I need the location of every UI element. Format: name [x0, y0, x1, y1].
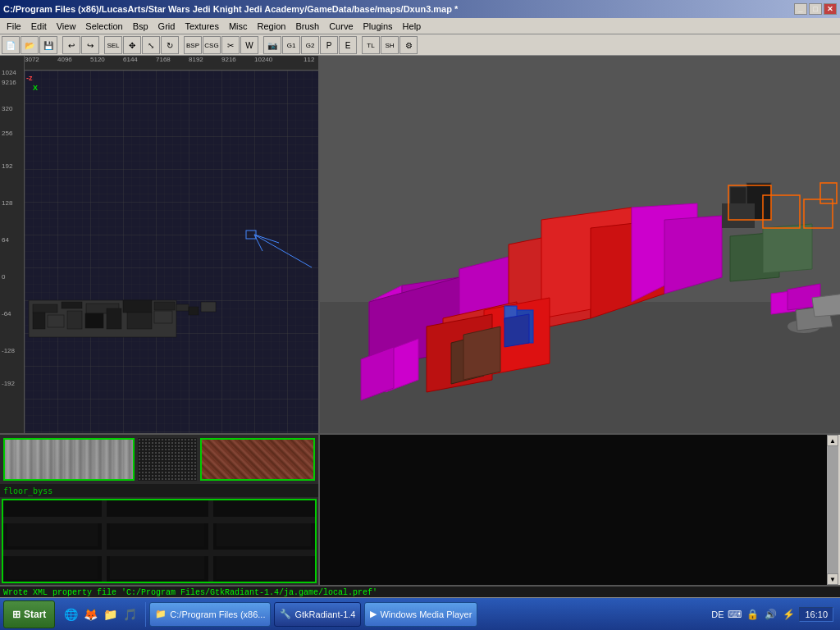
svg-rect-6 [123, 300, 152, 313]
menu-brush[interactable]: Brush [290, 20, 324, 33]
3d-viewport[interactable] [320, 56, 840, 433]
bottom-panels: floor_byss [0, 433, 840, 585]
taskbar-item-radiant-icon: 🔧 [280, 609, 291, 619]
3d-scene-svg [320, 56, 840, 433]
menu-view[interactable]: View [52, 20, 81, 33]
clock-time: 16:10 [805, 609, 828, 619]
tb-weld[interactable]: W [240, 36, 258, 54]
ruler-left-val: -64 [2, 310, 11, 317]
tb-patch[interactable]: P [320, 36, 338, 54]
ruler-val: 7168 [156, 56, 171, 63]
texture-preview-svg [3, 500, 315, 582]
start-button[interactable]: ⊞ Start [3, 600, 55, 628]
tb-clip[interactable]: ✂ [221, 36, 240, 54]
axis-indicator: -z X [26, 72, 38, 92]
svg-rect-66 [110, 523, 204, 546]
texture-name-label: floor_byss [0, 484, 318, 497]
texture-swatch-2[interactable] [200, 438, 315, 481]
texture-swatch-1[interactable] [3, 438, 135, 481]
quicklaunch-app[interactable]: 📁 [101, 605, 119, 623]
svg-rect-1 [25, 71, 320, 433]
tb-grid1[interactable]: G1 [282, 36, 300, 54]
tb-undo[interactable]: ↩ [62, 36, 80, 54]
svg-rect-13 [127, 313, 152, 329]
tray-power[interactable]: ⚡ [781, 607, 796, 622]
svg-rect-36 [722, 203, 755, 228]
grid-svg [25, 71, 320, 433]
taskbar-item-explorer[interactable]: 📁 C:/Program Files (x86... [149, 602, 271, 627]
menu-textures[interactable]: Textures [180, 20, 224, 33]
ruler-val: 6144 [123, 56, 138, 63]
texture-browser-area[interactable] [320, 435, 827, 585]
quicklaunch-ie[interactable]: 🌐 [62, 605, 80, 623]
clock[interactable]: 16:10 [799, 607, 833, 622]
tb-scale[interactable]: ⤡ [142, 36, 160, 54]
taskbar-item-mediaplayer[interactable]: ▶ Windows Media Player [364, 602, 477, 627]
ruler-left: 1024 320 256 192 128 64 0 -64 -128 -192 [0, 56, 25, 433]
ruler-left-val: -128 [2, 347, 15, 354]
menu-help[interactable]: Help [398, 20, 427, 33]
scroll-down-button[interactable]: ▼ [827, 573, 838, 585]
svg-rect-8 [33, 313, 45, 329]
tray-network[interactable]: 🔒 [745, 607, 760, 622]
tb-new[interactable]: 📄 [2, 36, 20, 54]
menu-grid[interactable]: Grid [153, 20, 180, 33]
tb-save[interactable]: 💾 [39, 36, 57, 54]
tb-texlock[interactable]: TL [362, 36, 380, 54]
svg-rect-16 [189, 307, 199, 315]
tb-redo[interactable]: ↪ [81, 36, 99, 54]
tb-brush[interactable]: BSP [184, 36, 202, 54]
svg-marker-56 [463, 326, 500, 380]
ruler-left-val: 128 [2, 199, 12, 207]
taskbar-item-media-label: Windows Media Player [380, 609, 472, 619]
ruler-val: 3072 [25, 56, 39, 63]
title-bar: C:/Program Files (x86)/LucasArts/Star Wa… [0, 0, 840, 18]
ruler-left-val: -192 [2, 380, 15, 387]
svg-rect-69 [110, 556, 204, 579]
menu-plugins[interactable]: Plugins [358, 20, 398, 33]
texture-preview-left: floor_byss [0, 435, 320, 585]
menu-file[interactable]: File [2, 20, 26, 33]
taskbar: ⊞ Start 🌐 🦊 📁 🎵 📁 C:/Program Files (x86.… [0, 597, 840, 630]
tb-sel[interactable]: SEL [104, 36, 122, 54]
tb-entity[interactable]: E [339, 36, 357, 54]
vertical-scrollbar[interactable]: ▲ ▼ [827, 435, 840, 585]
svg-rect-65 [7, 523, 98, 546]
tb-shaders[interactable]: SH [381, 36, 399, 54]
tb-cam[interactable]: 📷 [263, 36, 281, 54]
2d-viewport[interactable]: 3072 4096 5120 6144 7168 8192 9216 10240… [0, 56, 320, 433]
menu-bsp[interactable]: Bsp [128, 20, 153, 33]
tb-move[interactable]: ✥ [123, 36, 141, 54]
maximize-button[interactable]: □ [809, 3, 822, 15]
quicklaunch-firefox[interactable]: 🦊 [81, 605, 99, 623]
minimize-button[interactable]: _ [794, 3, 807, 15]
svg-rect-14 [154, 311, 172, 323]
tb-grid2[interactable]: G2 [301, 36, 319, 54]
menu-curve[interactable]: Curve [324, 20, 358, 33]
texture-preview-large[interactable] [2, 499, 317, 583]
scroll-track[interactable] [827, 446, 838, 573]
taskbar-item-explorer-icon: 📁 [155, 609, 167, 619]
menu-bar: File Edit View Selection Bsp Grid Textur… [0, 18, 840, 34]
scroll-up-button[interactable]: ▲ [827, 435, 838, 446]
texture-browser [320, 435, 827, 585]
menu-selection[interactable]: Selection [80, 20, 127, 33]
taskbar-item-radiant-label: GtkRadiant-1.4 [294, 609, 355, 619]
quicklaunch-media[interactable]: 🎵 [121, 605, 139, 623]
taskbar-item-gtkradiant[interactable]: 🔧 GtkRadiant-1.4 [274, 602, 361, 627]
title-bar-buttons: _ □ ✕ [794, 3, 837, 15]
system-tray: DE ⌨ 🔒 🔊 ⚡ 16:10 [711, 607, 837, 622]
tray-input[interactable]: ⌨ [727, 607, 742, 622]
tb-csg[interactable]: CSG [203, 36, 221, 54]
menu-misc[interactable]: Misc [224, 20, 253, 33]
ruler-val: 5120 [90, 56, 105, 63]
svg-rect-7 [154, 302, 175, 310]
tb-compile[interactable]: ⚙ [399, 36, 418, 54]
tray-volume[interactable]: 🔊 [763, 607, 778, 622]
menu-edit[interactable]: Edit [26, 20, 52, 33]
menu-region[interactable]: Region [253, 20, 291, 33]
tb-rotate[interactable]: ↻ [161, 36, 179, 54]
tb-open[interactable]: 📂 [21, 36, 39, 54]
svg-rect-63 [102, 500, 107, 582]
close-button[interactable]: ✕ [824, 3, 837, 15]
